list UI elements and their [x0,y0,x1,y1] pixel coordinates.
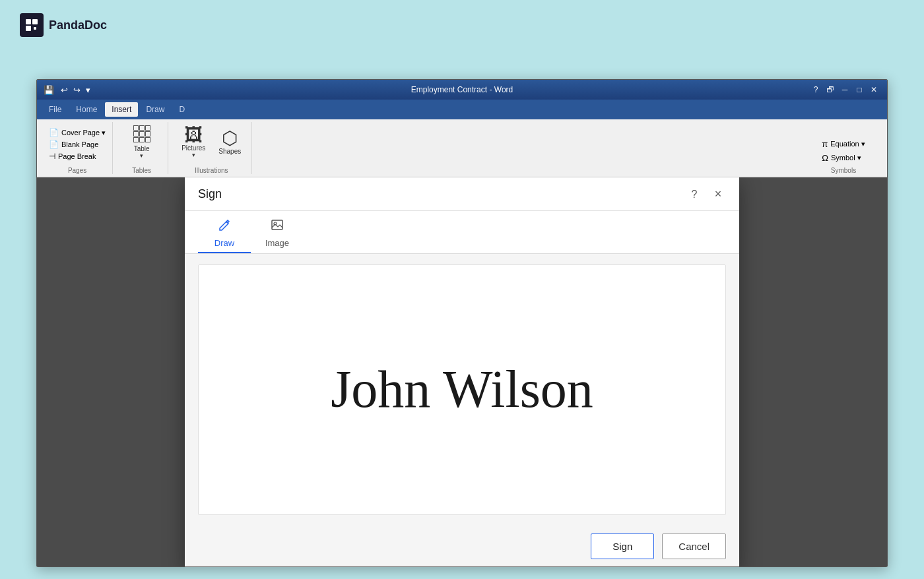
pandadoc-name-label: PandaDoc [49,18,107,32]
image-tab-label: Image [265,238,289,253]
cover-page-item[interactable]: 📄 Cover Page ▾ [48,127,107,138]
maximize-button[interactable]: □ [853,83,866,96]
page-break-item[interactable]: ⊣ Page Break [48,151,107,162]
help-button[interactable]: ? [809,83,822,96]
save-icon[interactable]: 💾 [44,85,54,95]
modal-overlay: Sign ? × [37,177,887,567]
tab-insert[interactable]: Insert [105,102,138,117]
symbol-item[interactable]: Ω Symbol ▾ [819,152,867,164]
ribbon-group-illustrations: 🖼 Pictures ▾ ⬡ Shapes Illustrations [171,122,252,174]
svg-rect-0 [26,19,31,24]
tab-draw[interactable]: Draw [198,211,251,253]
blank-page-label: Blank Page [61,140,98,148]
signature-text: John Wilson [331,359,593,419]
blank-page-item[interactable]: 📄 Blank Page [48,139,107,150]
tables-items: Table ▾ [125,122,158,162]
dialog-help-button[interactable]: ? [686,187,702,202]
ribbon-tabs: File Home Insert Draw D [37,100,887,119]
pandadoc-header: PandaDoc [20,13,107,37]
window-controls: ? 🗗 ─ □ ✕ [809,83,880,96]
sign-button[interactable]: Sign [591,533,654,559]
tab-design[interactable]: D [172,102,191,117]
tab-draw[interactable]: Draw [139,102,171,117]
dialog-footer: Sign Cancel [185,526,739,568]
symbols-items: π Equation ▾ Ω Symbol ▾ [819,138,867,164]
minimize-button[interactable]: ─ [838,83,851,96]
table-label: Table [134,145,150,152]
dialog-header-actions: ? × [686,187,726,202]
shapes-icon: ⬡ [222,129,238,148]
pages-group-label: Pages [68,167,86,174]
symbol-label: Symbol ▾ [831,154,861,162]
dialog-header: Sign ? × [185,177,739,211]
pictures-arrow: ▾ [192,152,195,158]
svg-point-4 [226,222,228,223]
svg-rect-3 [34,27,36,30]
title-bar: 💾 ↩ ↪ ▾ Employment Contract - Word ? 🗗 ─… [37,80,887,100]
pages-items: 📄 Cover Page ▾ 📄 Blank Page ⊣ Page Break [48,127,107,162]
symbol-icon: Ω [822,153,828,163]
ribbon-group-symbols: π Equation ▾ Ω Symbol ▾ Symbols [810,122,876,174]
svg-rect-2 [26,26,31,31]
draw-tab-icon [217,218,232,235]
table-button[interactable]: Table ▾ [125,122,158,162]
tables-group-label: Tables [132,167,151,174]
pictures-button[interactable]: 🖼 Pictures ▾ [176,122,211,162]
svg-rect-1 [32,19,38,24]
cover-page-label: Cover Page ▾ [61,129,106,137]
equation-label: Equation ▾ [830,140,865,148]
ribbon-content: 📄 Cover Page ▾ 📄 Blank Page ⊣ Page Break… [37,119,887,177]
image-tab-icon [270,218,284,235]
svg-rect-5 [272,220,282,229]
pictures-icon: 🖼 [184,126,203,144]
tab-file[interactable]: File [42,102,68,117]
table-grid-icon [133,125,150,142]
pictures-label: Pictures [182,144,205,152]
restore-button[interactable]: 🗗 [824,83,837,96]
tab-home[interactable]: Home [69,102,104,117]
ribbon-right: π Equation ▾ Ω Symbol ▾ Symbols [805,122,882,174]
redo-icon[interactable]: ↪ [73,85,81,95]
document-area: Sign ? × [37,177,887,567]
close-button[interactable]: ✕ [867,83,880,96]
draw-tab-label: Draw [214,238,234,253]
symbols-group-label: Symbols [831,167,856,174]
illustrations-group-label: Illustrations [195,167,228,174]
shapes-button[interactable]: ⬡ Shapes [213,122,246,162]
dialog-tabs: Draw Image [185,211,739,254]
equation-item[interactable]: π Equation ▾ [819,138,867,150]
shapes-label: Shapes [218,148,241,155]
pandadoc-logo [20,13,44,37]
ribbon-group-pages: 📄 Cover Page ▾ 📄 Blank Page ⊣ Page Break… [42,122,113,174]
pages-list: 📄 Cover Page ▾ 📄 Blank Page ⊣ Page Break [48,127,107,162]
table-arrow: ▾ [140,152,143,159]
window-title: Employment Contract - Word [411,85,513,94]
dialog-title: Sign [198,187,222,201]
title-bar-left: 💾 ↩ ↪ ▾ [44,85,90,95]
undo-icon[interactable]: ↩ [61,85,68,95]
equation-icon: π [822,139,828,149]
customize-icon[interactable]: ▾ [86,85,90,95]
page-break-label: Page Break [58,152,96,160]
dialog-close-button[interactable]: × [710,187,726,202]
tab-image[interactable]: Image [251,211,304,253]
page-break-icon: ⊣ [49,152,55,161]
ribbon-group-tables: Table ▾ Tables [116,122,168,174]
word-window: 💾 ↩ ↪ ▾ Employment Contract - Word ? 🗗 ─… [36,79,888,567]
dialog-body: John Wilson [185,254,739,526]
blank-page-icon: 📄 [49,140,59,149]
signature-canvas[interactable]: John Wilson [198,264,726,515]
illustrations-items: 🖼 Pictures ▾ ⬡ Shapes [176,122,246,162]
sign-dialog: Sign ? × [185,177,739,567]
cancel-button[interactable]: Cancel [662,533,726,559]
cover-page-icon: 📄 [49,128,59,137]
